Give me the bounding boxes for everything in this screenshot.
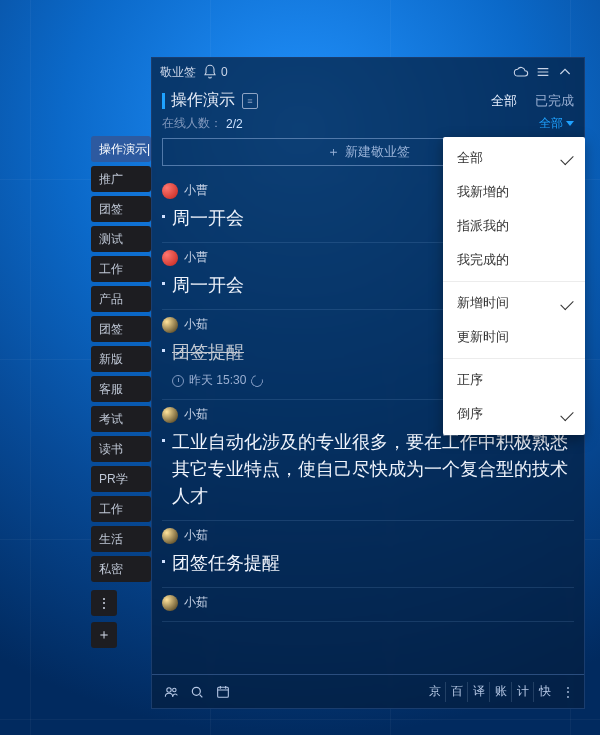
author-name: 小茹: [184, 594, 208, 611]
cloud-sync-icon[interactable]: [510, 61, 532, 83]
note-content: 团签任务提醒: [162, 550, 574, 577]
page-title: 操作演示: [171, 90, 235, 111]
avatar: [162, 595, 178, 611]
sidebar-add-button[interactable]: ＋: [91, 622, 117, 648]
dropdown-item[interactable]: 我完成的: [443, 243, 585, 277]
svg-rect-3: [218, 687, 229, 697]
footer-shortcut[interactable]: 百: [446, 682, 468, 702]
author-name: 小曹: [184, 182, 208, 199]
dropdown-item-label: 我新增的: [457, 183, 509, 201]
sidebar-tag[interactable]: 新版: [91, 346, 151, 372]
check-icon: [560, 407, 573, 420]
dropdown-item[interactable]: 正序: [443, 363, 585, 397]
sidebar-tag[interactable]: PR学: [91, 466, 151, 492]
sidebar-tag[interactable]: 生活: [91, 526, 151, 552]
avatar: [162, 317, 178, 333]
check-icon: [560, 151, 573, 164]
search-icon[interactable]: [186, 681, 208, 703]
sub-header: 在线人数： 2/2 全部: [152, 113, 584, 138]
dropdown-item[interactable]: 倒序: [443, 397, 585, 431]
note-author: 小茹: [162, 527, 574, 544]
note-icon[interactable]: ≡: [242, 93, 258, 109]
sidebar-tags: 操作演示|推广团签测试工作产品团签新版客服考试读书PR学工作生活私密: [91, 136, 151, 586]
filter-label: 全部: [539, 115, 563, 132]
tab-done[interactable]: 已完成: [535, 92, 574, 110]
sidebar-tag[interactable]: 私密: [91, 556, 151, 582]
dropdown-item-label: 我完成的: [457, 251, 509, 269]
accent-bar: [162, 93, 165, 109]
footer-shortcut[interactable]: 账: [490, 682, 512, 702]
notification-bell[interactable]: 0: [202, 64, 228, 80]
dropdown-item[interactable]: 我新增的: [443, 175, 585, 209]
notification-count: 0: [221, 65, 228, 79]
sidebar-tag[interactable]: 操作演示|: [91, 136, 151, 162]
author-name: 小曹: [184, 249, 208, 266]
dropdown-item-label: 新增时间: [457, 294, 509, 312]
footer-shortcut[interactable]: 译: [468, 682, 490, 702]
plus-icon: ＋: [327, 143, 340, 161]
footer-shortcut[interactable]: 快: [534, 682, 556, 702]
dropdown-item[interactable]: 新增时间: [443, 286, 585, 320]
dropdown-item-label: 全部: [457, 149, 483, 167]
sidebar-tag[interactable]: 团签: [91, 316, 151, 342]
dropdown-item-label: 更新时间: [457, 328, 509, 346]
header-tabs: 全部 已完成: [491, 92, 574, 110]
footer-shortcut[interactable]: 京: [424, 682, 446, 702]
note-time: 昨天 15:30: [189, 372, 246, 389]
calendar-icon[interactable]: [212, 681, 234, 703]
author-name: 小茹: [184, 316, 208, 333]
sidebar-tag[interactable]: 测试: [91, 226, 151, 252]
sidebar-tag[interactable]: 客服: [91, 376, 151, 402]
note-item[interactable]: 小茹: [162, 588, 574, 622]
repeat-icon: [249, 372, 265, 388]
avatar: [162, 183, 178, 199]
sidebar-tag[interactable]: 工作: [91, 256, 151, 282]
menu-icon[interactable]: [532, 61, 554, 83]
sidebar-tag[interactable]: 考试: [91, 406, 151, 432]
clock-icon: [172, 375, 184, 387]
dropdown-item-label: 指派我的: [457, 217, 509, 235]
new-note-label: 新建敬业签: [345, 143, 410, 161]
sidebar-tag[interactable]: 推广: [91, 166, 151, 192]
bell-icon: [202, 64, 218, 80]
members-icon[interactable]: [160, 681, 182, 703]
sidebar-tag[interactable]: 产品: [91, 286, 151, 312]
dropdown-item-label: 正序: [457, 371, 483, 389]
sidebar-bottom-buttons: ⋮ ＋: [91, 590, 151, 654]
tab-all[interactable]: 全部: [491, 92, 517, 110]
svg-point-2: [192, 687, 200, 695]
check-icon: [560, 296, 573, 309]
footer-toolbar: 京百译账计快 ⋮: [152, 674, 584, 708]
dropdown-separator: [443, 358, 585, 359]
avatar: [162, 250, 178, 266]
svg-point-1: [173, 688, 176, 691]
online-count: 2/2: [226, 117, 243, 131]
dropdown-item[interactable]: 更新时间: [443, 320, 585, 354]
svg-point-0: [167, 687, 171, 691]
online-label: 在线人数：: [162, 115, 222, 132]
author-name: 小茹: [184, 406, 208, 423]
chevron-down-icon: [566, 121, 574, 126]
footer-shortcut[interactable]: 计: [512, 682, 534, 702]
collapse-icon[interactable]: [554, 61, 576, 83]
app-name-label: 敬业签: [160, 64, 196, 81]
sidebar-tag[interactable]: 读书: [91, 436, 151, 462]
dropdown-item-label: 倒序: [457, 405, 483, 423]
note-item[interactable]: 小茹团签任务提醒: [162, 521, 574, 588]
note-content: 工业自动化涉及的专业很多，要在工作中积极熟悉其它专业特点，使自己尽快成为一个复合…: [162, 429, 574, 510]
filter-dropdown-trigger[interactable]: 全部: [539, 115, 574, 132]
author-name: 小茹: [184, 527, 208, 544]
dropdown-item[interactable]: 全部: [443, 141, 585, 175]
filter-dropdown-menu: 全部我新增的指派我的我完成的新增时间更新时间正序倒序: [443, 137, 585, 435]
titlebar: 敬业签 0: [152, 58, 584, 86]
footer-more-button[interactable]: ⋮: [560, 685, 576, 699]
dropdown-item[interactable]: 指派我的: [443, 209, 585, 243]
sidebar-tag[interactable]: 工作: [91, 496, 151, 522]
avatar: [162, 407, 178, 423]
header: 操作演示 ≡ 全部 已完成: [152, 86, 584, 113]
note-author: 小茹: [162, 594, 574, 611]
avatar: [162, 528, 178, 544]
sidebar-tag[interactable]: 团签: [91, 196, 151, 222]
sidebar-more-button[interactable]: ⋮: [91, 590, 117, 616]
dropdown-separator: [443, 281, 585, 282]
